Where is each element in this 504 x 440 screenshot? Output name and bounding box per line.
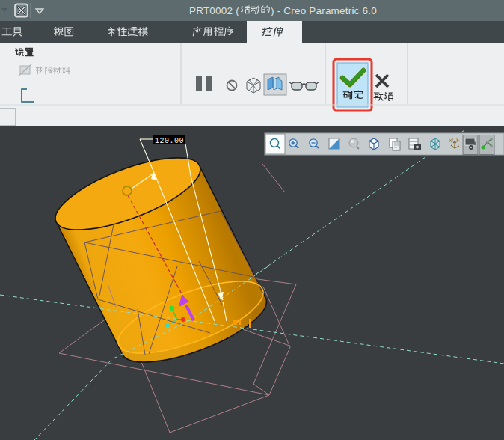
svg-text:x/: x/	[449, 138, 453, 143]
svg-text:120.00: 120.00	[155, 137, 184, 145]
svg-text:y,: y,	[456, 136, 460, 142]
svg-text:PRT0002 (: PRT0002 (	[189, 5, 239, 16]
svg-text:) - Creo Parametric 6.0: ) - Creo Parametric 6.0	[271, 5, 377, 16]
